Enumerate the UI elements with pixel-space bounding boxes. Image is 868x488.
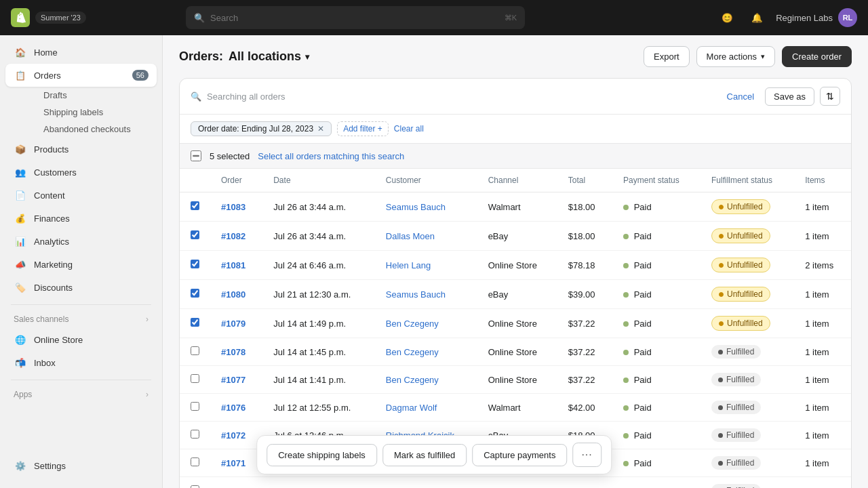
order-customer[interactable]: Dagmar Wolf (375, 394, 477, 422)
payment-status-dot (623, 321, 629, 327)
order-id[interactable]: #1070 (210, 477, 262, 489)
help-icon[interactable]: 😊 (716, 7, 738, 28)
order-customer[interactable]: Ben Czegeny (375, 338, 477, 366)
sidebar-item-customers[interactable]: 👥 Customers (5, 161, 157, 184)
drafts-label: Drafts (43, 90, 67, 100)
order-customer[interactable]: Ben Czegeny (375, 366, 477, 394)
order-id[interactable]: #1077 (210, 366, 262, 394)
capture-payments-button[interactable]: Capture payments (472, 444, 567, 466)
order-link[interactable]: #1078 (221, 347, 245, 357)
row-checkbox-cell[interactable] (180, 251, 210, 280)
row-checkbox[interactable] (191, 201, 199, 210)
search-bar[interactable]: 🔍 ⌘K (186, 6, 525, 29)
order-link[interactable]: #1076 (221, 403, 245, 413)
create-shipping-labels-button[interactable]: Create shipping labels (267, 444, 377, 466)
order-link[interactable]: #1082 (221, 231, 245, 241)
row-checkbox-cell[interactable] (180, 338, 210, 366)
order-id[interactable]: #1079 (210, 309, 262, 338)
cancel-button[interactable]: Cancel (722, 88, 760, 105)
sidebar-item-discounts[interactable]: 🏷️ Discounts (5, 276, 157, 299)
sidebar-item-orders[interactable]: 📋 Orders 56 (5, 64, 157, 87)
row-checkbox[interactable] (191, 485, 199, 488)
add-filter-button[interactable]: Add filter + (337, 121, 389, 136)
order-items: 1 item (794, 366, 851, 394)
row-checkbox[interactable] (191, 402, 199, 411)
export-button[interactable]: Export (644, 46, 690, 67)
order-customer[interactable]: Buck Kemmer (375, 477, 477, 489)
select-all-link[interactable]: Select all orders matching this search (258, 151, 404, 161)
order-link[interactable]: #1079 (221, 319, 245, 329)
bulk-select-checkbox[interactable] (191, 150, 201, 161)
bottom-more-button[interactable]: ··· (572, 443, 601, 467)
sidebar-item-marketing[interactable]: 📣 Marketing (5, 253, 157, 276)
sidebar-item-finances[interactable]: 💰 Finances (5, 207, 157, 230)
sidebar-item-shipping-labels[interactable]: Shipping labels (35, 104, 157, 121)
sidebar-item-settings[interactable]: ⚙️ Settings (5, 454, 157, 477)
order-id[interactable]: #1080 (210, 280, 262, 309)
order-link[interactable]: #1077 (221, 375, 245, 385)
create-order-button[interactable]: Create order (782, 46, 852, 67)
order-id[interactable]: #1078 (210, 338, 262, 366)
order-customer[interactable]: Seamus Bauch (375, 192, 477, 222)
order-date: Jul 14 at 1:45 p.m. (262, 338, 375, 366)
order-customer[interactable]: Helen Lang (375, 251, 477, 280)
order-link[interactable]: #1072 (221, 430, 245, 441)
row-checkbox[interactable] (191, 458, 199, 466)
order-payment: Paid (612, 192, 701, 222)
row-checkbox[interactable] (191, 230, 199, 239)
sidebar-item-drafts[interactable]: Drafts (35, 87, 157, 104)
store-badge[interactable]: Summer '23 (35, 12, 86, 24)
order-id[interactable]: #1081 (210, 251, 262, 280)
row-checkbox[interactable] (191, 289, 199, 298)
remove-filter-icon[interactable]: ✕ (317, 124, 324, 134)
row-checkbox[interactable] (191, 374, 199, 383)
sales-channels-label[interactable]: Sales channels › (5, 310, 157, 328)
row-checkbox-cell[interactable] (180, 280, 210, 309)
order-customer[interactable]: Dallas Moen (375, 222, 477, 251)
save-as-button[interactable]: Save as (765, 87, 814, 106)
order-id[interactable]: #1076 (210, 394, 262, 422)
row-checkbox[interactable] (191, 430, 199, 439)
user-menu[interactable]: Regimen Labs RL (776, 8, 857, 27)
order-id[interactable]: #1071 (210, 449, 262, 477)
sidebar-item-content[interactable]: 📄 Content (5, 184, 157, 207)
sidebar-item-online-store[interactable]: 🌐 Online Store (5, 328, 157, 351)
order-link[interactable]: #1080 (221, 289, 245, 300)
sidebar-item-abandoned-checkouts[interactable]: Abandoned checkouts (35, 121, 157, 138)
notifications-icon[interactable]: 🔔 (746, 7, 768, 28)
location-dropdown[interactable]: All locations ▾ (229, 49, 309, 64)
order-link[interactable]: #1071 (221, 458, 245, 468)
apps-label[interactable]: Apps › (5, 386, 157, 403)
row-checkbox-cell[interactable] (180, 222, 210, 251)
order-id[interactable]: #1072 (210, 422, 262, 449)
search-field[interactable]: 🔍 Searching all orders (191, 92, 716, 102)
order-link[interactable]: #1070 (221, 486, 245, 489)
row-checkbox-cell[interactable] (180, 422, 210, 449)
row-checkbox-cell[interactable] (180, 192, 210, 222)
order-customer[interactable]: Seamus Bauch (375, 280, 477, 309)
order-id[interactable]: #1083 (210, 192, 262, 222)
clear-all-button[interactable]: Clear all (394, 124, 424, 134)
row-checkbox-cell[interactable] (180, 366, 210, 394)
row-checkbox-cell[interactable] (180, 309, 210, 338)
row-checkbox[interactable] (191, 260, 199, 268)
search-input[interactable] (210, 13, 499, 23)
order-customer[interactable]: Ben Czegeny (375, 309, 477, 338)
row-checkbox-cell[interactable] (180, 449, 210, 477)
row-checkbox-cell[interactable] (180, 394, 210, 422)
order-id[interactable]: #1082 (210, 222, 262, 251)
order-total: $37.22 (557, 309, 612, 338)
order-link[interactable]: #1083 (221, 202, 245, 212)
row-checkbox[interactable] (191, 318, 199, 327)
row-checkbox[interactable] (191, 346, 199, 355)
mark-as-fulfilled-button[interactable]: Mark as fulfilled (382, 444, 467, 466)
sidebar-item-home[interactable]: 🏠 Home (5, 41, 157, 64)
more-actions-button[interactable]: More actions ▾ (696, 46, 775, 67)
sidebar-item-products[interactable]: 📦 Products (5, 138, 157, 161)
order-link[interactable]: #1081 (221, 260, 245, 270)
sidebar-item-inbox[interactable]: 📬 Inbox (5, 351, 157, 374)
sidebar-item-analytics[interactable]: 📊 Analytics (5, 230, 157, 253)
date-filter-tag[interactable]: Order date: Ending Jul 28, 2023 ✕ (191, 121, 332, 136)
row-checkbox-cell[interactable] (180, 477, 210, 489)
sort-button[interactable]: ⇅ (820, 87, 840, 106)
